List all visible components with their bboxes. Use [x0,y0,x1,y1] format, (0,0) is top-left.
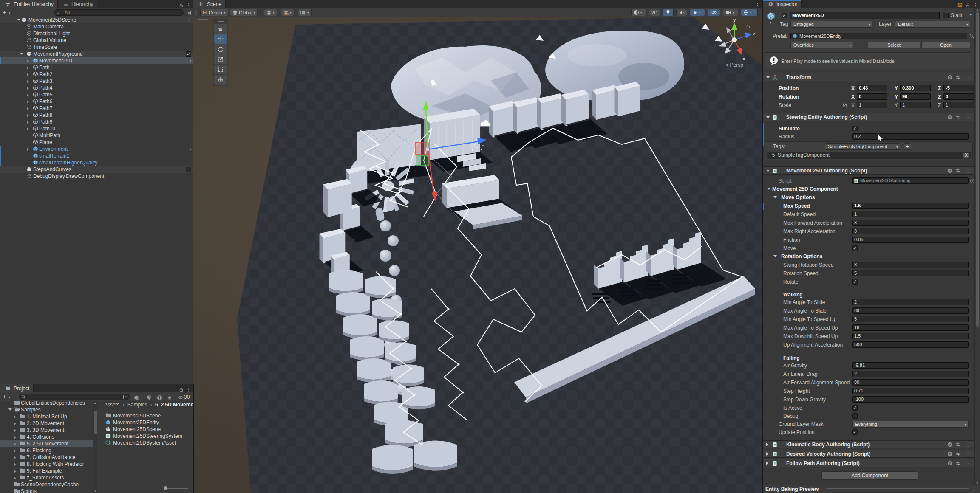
expand-arrow-icon[interactable] [20,53,23,55]
add-tag-button[interactable]: + [904,143,911,150]
hierarchy-row-smallterrainhigherquality[interactable]: smallTerrainHigherQuality [0,159,193,166]
add-component-button[interactable]: Add Component [821,471,918,480]
hierarchy-row-path8[interactable]: Path8 [0,112,193,118]
increment-snap-button[interactable]: ▾ [298,9,312,16]
expand-arrow-icon[interactable] [27,87,29,90]
static-caret[interactable]: ▾ [970,13,972,17]
gizmo-lock-icon[interactable] [746,24,751,29]
property-field[interactable]: 3 [852,228,969,234]
gizmos-toggle-button[interactable]: ▾ [741,9,758,16]
component-header-follow-path-authoring-script-[interactable]: # Follow Path Authoring (Script) ⋮ [763,459,974,467]
foldout-arrow[interactable] [773,255,777,257]
create-add-button[interactable]: ＋ ▾ [2,393,13,400]
expand-arrow-icon[interactable] [14,422,16,425]
hierarchy-row-path9[interactable]: Path9 [0,118,193,125]
visibility-toggle-button[interactable] [708,9,720,16]
tab-scene[interactable]: Scene [193,0,226,8]
foldout-label[interactable]: Movement 25D Component [772,186,838,192]
breadcrumb-current[interactable]: 5. 2.5D Movement [155,402,193,408]
expand-arrow-icon[interactable] [8,408,12,411]
project-file-movement25dsystemasset[interactable]: {} Movement25DSystemAsset [97,439,193,446]
help-icon[interactable] [947,451,952,456]
expand-arrow-icon[interactable] [14,463,16,466]
overrides-dropdown[interactable]: Overrides [790,42,853,48]
presets-icon[interactable] [955,75,960,80]
simulate-checkbox[interactable] [852,126,858,131]
script-field[interactable]: #Movement25DAuthoring [852,177,969,184]
steering-component-header[interactable]: # Steering Entity Authoring (Script) ⋮ [763,113,974,121]
project-tree-row-9-full-example[interactable]: 9. Full Example [0,468,93,474]
expand-arrow-icon[interactable] [27,80,29,83]
project-tree-row-samples[interactable]: Samples [0,406,93,413]
hierarchy-row-path6[interactable]: Path6 [0,98,193,105]
project-tree-row-2-2d-movement[interactable]: 2. 2D Movement [0,420,93,427]
link-icon[interactable] [842,103,847,108]
tab-hierarchy[interactable]: Hierarchy [58,0,97,8]
2d-toggle-button[interactable]: 2D [649,9,660,16]
presets-icon[interactable] [955,451,960,456]
help-icon[interactable] [947,168,952,173]
expand-arrow-icon[interactable] [27,121,29,124]
expand-arrow-icon[interactable] [27,73,29,76]
hierarchy-search-input[interactable]: All [54,9,184,16]
lighting-toggle-button[interactable] [663,9,674,16]
static-checkbox[interactable] [943,13,949,18]
expand-arrow-icon[interactable] [14,449,16,453]
presets-icon[interactable] [955,168,960,173]
menu-dots-icon[interactable]: ⋮ [187,17,191,21]
radius-field[interactable]: 0.2 [852,133,969,140]
tab-inspector[interactable]: i Inspector [763,0,802,8]
hierarchy-row-path7[interactable]: Path7 [0,105,193,112]
expand-arrow-icon[interactable] [17,19,20,21]
expand-arrow-icon[interactable] [14,436,16,439]
property-checkbox[interactable] [852,413,858,419]
presets-icon[interactable] [955,115,960,120]
expand-arrow-icon[interactable] [27,93,29,97]
layer-dropdown[interactable]: Default [895,21,970,28]
scroll-up-arrow[interactable]: ▲ [975,8,980,11]
scale-y-field[interactable]: 1 [900,102,931,108]
property-field[interactable]: 5 [852,270,969,276]
hierarchy-row-global-volume[interactable]: Global Volume [0,37,193,44]
help-icon[interactable] [947,75,952,80]
hierarchy-row-movement25d[interactable]: Movement25D› [0,57,193,64]
shading-mode-button[interactable]: ▾ [631,9,646,16]
component-header-kinematic-body-authoring-script-[interactable]: # Kinematic Body Authoring (Script) ⋮ [763,440,974,448]
component-header-desired-velocity-authoring-script-[interactable]: # Desired Velocity Authoring (Script) ⋮ [763,450,974,458]
project-tree-row-1-minimal-set-up[interactable]: 1. Minimal Set Up [0,413,93,420]
foldout-arrow[interactable] [767,188,770,190]
camera-settings-button[interactable]: ▾ [723,9,738,16]
expand-arrow-icon[interactable] [14,476,16,480]
entity-baking-preview-bar[interactable]: Entity Baking Preview ⋮ [763,485,980,493]
tab-project[interactable]: Project [0,384,34,392]
project-search-input[interactable] [19,394,130,400]
property-field[interactable]: 3 [852,220,969,226]
project-tree-row-scripts[interactable]: Scripts [0,488,93,493]
open-button[interactable]: Open [921,42,970,48]
hierarchy-row-plane[interactable]: Plane [0,139,193,146]
rotation-x-field[interactable]: 0 [857,93,887,100]
scroll-thumb[interactable] [94,411,97,434]
scene-checkbox[interactable] [186,51,191,57]
expand-arrow-icon[interactable] [27,148,29,151]
foldout-arrow[interactable] [766,76,770,79]
alert-filter-icon[interactable] [156,394,163,401]
menu-dots-icon[interactable]: ⋮ [972,487,977,491]
inspector-scrollbar[interactable]: ▲ ▼ [974,8,980,485]
property-field[interactable]: 1.5 [852,203,969,209]
hierarchy-row-main-camera[interactable]: Main Camera [0,23,193,30]
tool-handle-pivot-button[interactable]: Center▾ [200,9,228,16]
hierarchy-row-debugdisplay-drawcomponent[interactable]: DebugDisplay.DrawComponent [0,173,193,180]
expand-arrow-icon[interactable] [14,415,16,419]
expand-arrow-icon[interactable] [27,100,29,104]
property-field[interactable]: 1 [852,211,969,217]
expand-arrow-icon[interactable] [27,107,29,110]
rect-tool-button[interactable] [214,65,227,74]
property-checkbox[interactable] [852,429,858,435]
expand-arrow-icon[interactable] [27,114,29,117]
hierarchy-row-path2[interactable]: Path2 [0,71,193,78]
property-checkbox[interactable] [852,279,858,285]
property-field[interactable]: -100 [852,396,969,403]
expand-arrow-icon[interactable] [27,66,29,70]
palette-grip[interactable] [214,20,227,23]
